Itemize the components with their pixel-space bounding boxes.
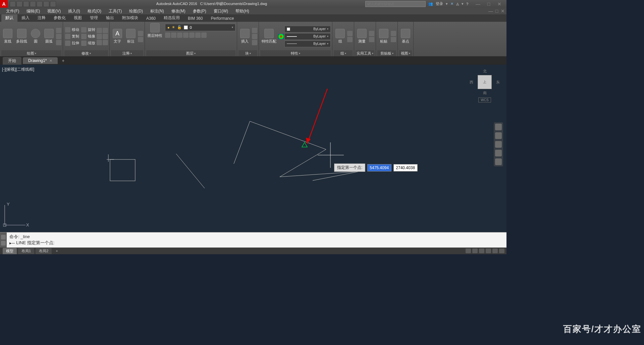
tool-stretch[interactable]: 拉伸 [64,40,80,46]
tool-measure[interactable]: 测量 [356,28,368,45]
qat-undo-icon[interactable] [43,1,49,7]
tool-group[interactable]: 组 [334,28,346,45]
ribbon-tab-bim360[interactable]: BIM 360 [184,15,207,22]
new-tab-button[interactable]: + [59,58,67,63]
menu-format[interactable]: 格式(O) [84,8,105,15]
ribbon-tab-output[interactable]: 输出 [102,14,118,22]
menu-tools[interactable]: 工具(T) [105,8,125,15]
steering-wheel-icon[interactable] [495,124,502,130]
menu-parametric[interactable]: 参数(P) [190,8,210,15]
orbit-icon[interactable] [495,150,502,156]
util-misc-icon[interactable] [369,37,374,42]
ribbon-tab-home[interactable]: 默认 [1,14,17,22]
qat-open-icon[interactable] [16,1,22,7]
add-layout-button[interactable]: + [53,249,60,253]
util-misc-icon[interactable] [369,31,374,36]
status-toggle-icon[interactable] [479,249,484,253]
layer-tool-icon[interactable] [165,32,170,38]
tab-drawing1[interactable]: Drawing1*✕ [23,57,58,64]
app-logo[interactable]: A [0,0,8,8]
status-toggle-icon[interactable] [472,249,478,253]
menu-insert[interactable]: 插入(I) [65,8,83,15]
command-prompt[interactable]: ▸─LINE 指定第一个点: [9,240,504,246]
array-icon[interactable] [97,40,102,45]
tool-polyline[interactable]: 多段线 [15,28,29,45]
ribbon-tab-parametric[interactable]: 参数化 [50,14,70,22]
tool-scale[interactable]: 缩放 [80,40,96,46]
tool-arc[interactable]: 圆弧 [43,28,55,45]
layer-tool-icon[interactable] [201,32,207,38]
block-icon[interactable] [252,40,257,45]
zoom-icon[interactable] [495,141,502,148]
tool-base[interactable]: 基点 [399,28,412,45]
viewcube-north[interactable]: 北 [470,69,500,74]
status-toggle-icon[interactable] [466,249,471,253]
close-button[interactable]: ✕ [497,1,502,7]
menu-view[interactable]: 视图(V) [44,8,64,15]
close-icon[interactable]: ✕ [49,59,52,63]
tab-start[interactable]: 开始 [3,57,21,65]
draw-misc-icon[interactable] [56,34,61,39]
ribbon-tab-a360[interactable]: A360 [142,15,160,22]
ribbon-tab-performance[interactable]: Performance [207,15,238,22]
help-search-input[interactable] [365,1,426,7]
ribbon-tab-express[interactable]: 精选应用 [160,14,184,22]
menu-modify[interactable]: 修改(M) [168,8,189,15]
layer-tool-icon[interactable] [195,32,201,38]
status-toggle-icon[interactable] [499,249,504,253]
block-icon[interactable] [252,28,257,33]
viewcube-east[interactable]: 东 [496,80,500,85]
ribbon-tab-view[interactable]: 视图 [70,14,86,22]
menu-edit[interactable]: 编辑(E) [23,8,43,15]
table-icon[interactable] [138,37,143,42]
layer-tool-icon[interactable] [171,32,176,38]
layer-dropdown[interactable]: ● ☀ 🔓 0 ▾ [165,24,235,31]
showmotion-icon[interactable] [495,158,502,165]
cut-icon[interactable] [391,31,396,36]
qat-save-icon[interactable] [23,1,29,7]
mod-misc-icon[interactable] [103,40,108,45]
maximize-button[interactable]: □ [486,1,491,7]
status-toggle-icon[interactable] [486,249,491,253]
fillet-icon[interactable] [97,34,102,39]
model-tab[interactable]: 模型 [3,248,17,254]
command-line[interactable]: 命令: _line ▸─LINE 指定第一个点: [0,232,506,248]
doc-close-button[interactable]: ✕ [500,8,505,14]
viewcube-south[interactable]: 南 [470,90,500,95]
tool-text[interactable]: A文字 [111,28,124,45]
layer-tool-icon[interactable] [177,32,182,38]
lineweight-dropdown[interactable]: ByLayer▾ [284,33,331,40]
tool-paste[interactable]: 粘贴 [377,28,390,45]
tool-dimension[interactable]: 标注 [124,28,137,45]
qat-new-icon[interactable] [10,1,16,7]
exchange-icon[interactable]: ✕ [450,2,453,6]
qat-print-icon[interactable] [37,1,43,7]
viewcube-west[interactable]: 西 [470,80,473,85]
color-dropdown[interactable]: ByLayer▾ [284,26,331,32]
mod-misc-icon[interactable] [103,34,108,39]
leader-icon[interactable] [138,31,143,36]
viewcube-top-face[interactable]: 上 [478,75,492,89]
dynamic-input-y[interactable]: 2740.4038 [393,164,418,171]
tool-copy[interactable]: 复制 [64,33,80,40]
group-misc-icon[interactable] [347,37,353,42]
layer-tool-icon[interactable] [183,32,189,38]
trim-icon[interactable] [97,28,102,33]
tool-matchprop[interactable]: 特性匹配 [260,28,278,45]
ribbon-tab-insert[interactable]: 插入 [17,14,34,22]
copy-clip-icon[interactable] [391,37,396,42]
layout2-tab[interactable]: 布局2 [36,248,52,254]
tool-move[interactable]: 移动 [64,27,80,33]
ribbon-tab-annotate[interactable]: 注释 [34,14,50,22]
mod-misc-icon[interactable] [103,28,108,33]
menu-file[interactable]: 文件(F) [3,8,22,15]
ribbon-tab-manage[interactable]: 管理 [86,14,102,22]
menu-dimension[interactable]: 标注(N) [147,8,167,15]
minimize-button[interactable]: — [476,1,480,7]
doc-restore-button[interactable]: □ [494,8,499,14]
drawing-canvas[interactable]: [-][俯视][二维线框] 指定第一个点: 5475.4094 2740.403… [0,65,506,232]
options-icon[interactable] [1,241,6,246]
status-toggle-icon[interactable] [492,249,498,253]
qat-redo-icon[interactable] [50,1,56,7]
layer-tool-icon[interactable] [189,32,195,38]
